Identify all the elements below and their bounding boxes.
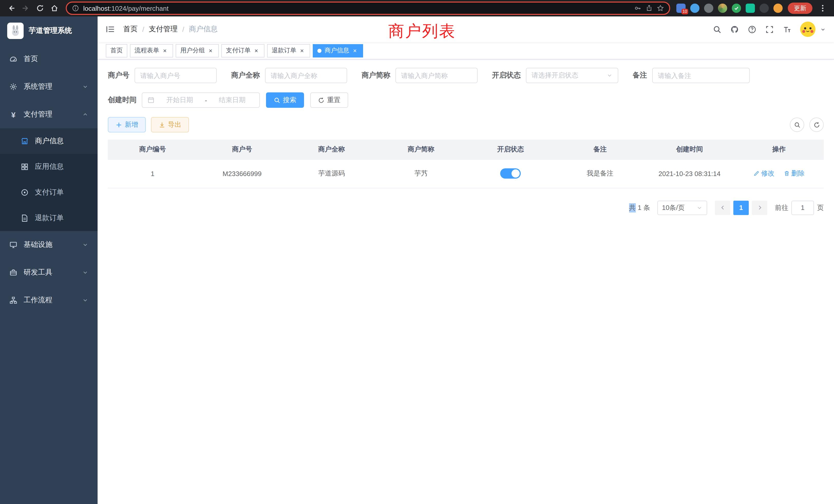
user-avatar[interactable] xyxy=(800,22,815,37)
breadcrumb-separator: / xyxy=(182,25,184,33)
pagination: 共 1 条 10条/页 1 前往 页 xyxy=(108,201,824,215)
sidebar-item-home[interactable]: 首页 xyxy=(0,45,97,73)
extension-avatar-icon[interactable] xyxy=(718,4,727,13)
next-page-button[interactable] xyxy=(752,201,767,215)
sidebar-item-pay[interactable]: ¥ 支付管理 xyxy=(0,100,97,128)
extension-drop-icon[interactable] xyxy=(690,4,699,13)
font-size-icon[interactable] xyxy=(783,25,791,33)
search-button[interactable]: 搜索 xyxy=(266,92,304,108)
browser-reload-button[interactable] xyxy=(33,1,47,16)
cell-remark: 我是备注 xyxy=(555,159,645,188)
start-date-placeholder: 开始日期 xyxy=(158,95,202,105)
short-name-label: 商户简称 xyxy=(361,71,395,80)
add-button[interactable]: 新增 xyxy=(108,117,146,132)
extension-grammar-icon[interactable] xyxy=(746,4,755,13)
edit-link[interactable]: 修改 xyxy=(753,169,774,178)
browser-update-button[interactable]: 更新 xyxy=(788,3,812,14)
refresh-icon-button[interactable] xyxy=(809,117,824,132)
close-icon[interactable]: × xyxy=(299,47,306,54)
extension-pin-icon[interactable] xyxy=(760,4,769,13)
date-range-picker[interactable]: 开始日期 - 结束日期 xyxy=(142,92,260,108)
main-area: 首页 / 支付管理 / 商户信息 商户列表 xyxy=(97,17,834,504)
merchant-no-input[interactable] xyxy=(135,68,217,83)
sidebar-item-label: 支付管理 xyxy=(24,110,52,119)
cell-merchant-no: M233666999 xyxy=(197,159,287,188)
cell-actions: 修改 删除 xyxy=(734,159,824,188)
extension-check-icon[interactable] xyxy=(732,4,741,13)
hide-search-icon-button[interactable] xyxy=(790,117,804,132)
table-header-row: 商户编号 商户号 商户全称 商户简称 开启状态 备注 创建时间 操作 xyxy=(108,140,824,159)
delete-link-label: 删除 xyxy=(791,169,805,178)
address-bar[interactable]: localhost:1024/pay/merchant xyxy=(66,2,670,15)
create-time-label: 创建时间 xyxy=(108,95,142,105)
full-name-input[interactable] xyxy=(265,68,347,83)
tab-merchant-info[interactable]: 商户信息 × xyxy=(313,44,363,57)
hamburger-icon[interactable] xyxy=(106,25,115,34)
grid-icon xyxy=(21,163,29,171)
password-key-icon[interactable] xyxy=(634,5,641,12)
extension-circle-icon[interactable] xyxy=(704,4,713,13)
breadcrumb-current: 商户信息 xyxy=(189,25,218,34)
extension-face-icon[interactable] xyxy=(773,4,783,13)
avatar-caret-down-icon[interactable] xyxy=(820,26,826,32)
status-label: 开启状态 xyxy=(492,71,526,80)
sidebar-subitem-refund-order[interactable]: 退款订单 xyxy=(0,205,97,231)
export-button[interactable]: 导出 xyxy=(151,117,189,132)
tab-pay-order[interactable]: 支付订单 × xyxy=(221,44,264,57)
browser-menu-icon[interactable] xyxy=(815,1,830,16)
status-select[interactable]: 请选择开启状态 xyxy=(526,68,618,83)
chevron-down-icon xyxy=(82,297,88,303)
sidebar-subitem-app-info[interactable]: 应用信息 xyxy=(0,154,97,180)
current-page-button[interactable]: 1 xyxy=(733,201,749,215)
status-toggle-on[interactable] xyxy=(500,168,521,179)
remark-input[interactable] xyxy=(652,68,750,83)
sidebar-item-label: 基础设施 xyxy=(24,240,52,249)
tab-process-form[interactable]: 流程表单 × xyxy=(130,44,173,57)
extension-grid-icon[interactable]: 10 xyxy=(676,4,686,13)
github-icon[interactable] xyxy=(730,25,739,33)
reset-button[interactable]: 重置 xyxy=(310,92,348,108)
browser-home-button[interactable] xyxy=(47,1,62,16)
chevron-down-icon xyxy=(82,270,88,276)
pagination-total: 共 1 条 xyxy=(629,203,650,212)
goto-page-input[interactable] xyxy=(791,201,814,215)
screen: localhost:1024/pay/merchant 10 更新 xyxy=(0,0,834,504)
tab-label: 商户信息 xyxy=(325,46,349,55)
sidebar-item-devtools[interactable]: 研发工具 xyxy=(0,259,97,287)
calendar-icon xyxy=(147,96,155,104)
tab-user-group[interactable]: 用户分组 × xyxy=(176,44,219,57)
tab-home[interactable]: 首页 xyxy=(106,44,127,57)
browser-back-button[interactable] xyxy=(4,1,19,16)
tab-label: 首页 xyxy=(110,46,123,55)
form-item-short-name: 商户简称 xyxy=(361,68,478,83)
prev-page-button[interactable] xyxy=(715,201,730,215)
help-icon[interactable] xyxy=(748,25,756,33)
export-button-label: 导出 xyxy=(168,120,181,129)
close-icon[interactable]: × xyxy=(351,47,358,54)
tab-refund-order[interactable]: 退款订单 × xyxy=(267,44,310,57)
close-icon[interactable]: × xyxy=(207,47,214,54)
short-name-input[interactable] xyxy=(395,68,478,83)
share-icon[interactable] xyxy=(645,5,653,12)
sidebar-item-system[interactable]: 系统管理 xyxy=(0,73,97,100)
close-icon[interactable]: × xyxy=(161,47,169,54)
form-item-status: 开启状态 请选择开启状态 xyxy=(492,68,618,83)
fullscreen-icon[interactable] xyxy=(765,25,774,33)
date-separator: - xyxy=(205,96,207,104)
page-size-select[interactable]: 10条/页 xyxy=(657,201,707,215)
sidebar-item-label: 工作流程 xyxy=(24,296,52,305)
search-icon[interactable] xyxy=(713,25,722,33)
sidebar-item-infrastructure[interactable]: 基础设施 xyxy=(0,231,97,259)
site-info-icon[interactable] xyxy=(72,5,79,12)
breadcrumb-pay-management[interactable]: 支付管理 xyxy=(149,25,178,34)
close-icon[interactable]: × xyxy=(253,47,260,54)
sidebar-subitem-merchant-info[interactable]: 商户信息 xyxy=(0,128,97,154)
breadcrumb-home[interactable]: 首页 xyxy=(123,25,138,34)
delete-link[interactable]: 删除 xyxy=(784,169,805,178)
sidebar-item-workflow[interactable]: 工作流程 xyxy=(0,287,97,314)
browser-forward-button[interactable] xyxy=(19,1,33,16)
page-content: 商户号 商户全称 商户简称 开启状态 请选择开启状态 xyxy=(97,60,834,504)
sidebar-subitem-label: 商户信息 xyxy=(35,137,64,146)
sidebar-subitem-pay-order[interactable]: 支付订单 xyxy=(0,180,97,205)
bookmark-star-icon[interactable] xyxy=(657,5,664,12)
